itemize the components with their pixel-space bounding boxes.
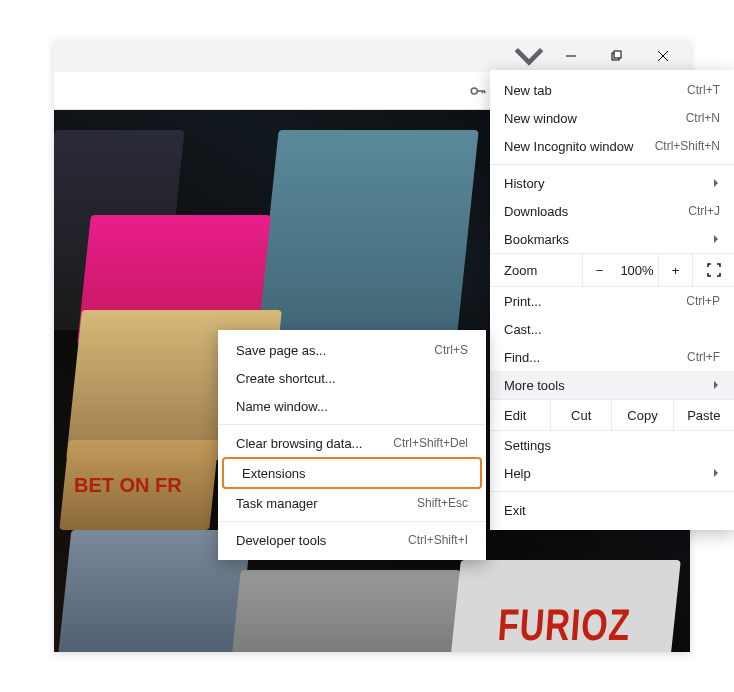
menu-zoom-row: Zoom − 100% + bbox=[490, 253, 734, 287]
minimize-icon bbox=[565, 50, 577, 62]
highlight-extensions: Extensions bbox=[222, 457, 482, 489]
menu-label: New window bbox=[504, 111, 577, 126]
submenu-shortcut: Ctrl+Shift+I bbox=[408, 533, 468, 547]
submenu-label: Name window... bbox=[236, 399, 328, 414]
zoom-out-button[interactable]: − bbox=[582, 254, 616, 286]
submenu-shortcut: Shift+Esc bbox=[417, 496, 468, 510]
submenu-label: Save page as... bbox=[236, 343, 326, 358]
menu-label: Bookmarks bbox=[504, 232, 569, 247]
menu-item-help[interactable]: Help bbox=[490, 459, 734, 487]
titlebar bbox=[54, 40, 690, 72]
menu-label: Cast... bbox=[504, 322, 542, 337]
submenu-item-save-page[interactable]: Save page as... Ctrl+S bbox=[218, 336, 486, 364]
submenu-label: Clear browsing data... bbox=[236, 436, 362, 451]
menu-item-downloads[interactable]: Downloads Ctrl+J bbox=[490, 197, 734, 225]
menu-item-cast[interactable]: Cast... bbox=[490, 315, 734, 343]
chevron-right-icon bbox=[712, 466, 720, 481]
menu-separator bbox=[490, 491, 734, 492]
menu-item-history[interactable]: History bbox=[490, 169, 734, 197]
menu-item-more-tools[interactable]: More tools bbox=[490, 371, 734, 399]
menu-label: Help bbox=[504, 466, 531, 481]
menu-shortcut: Ctrl+P bbox=[686, 294, 720, 308]
maximize-button[interactable] bbox=[594, 40, 640, 72]
submenu-label: Task manager bbox=[236, 496, 318, 511]
submenu-item-clear-data[interactable]: Clear browsing data... Ctrl+Shift+Del bbox=[218, 429, 486, 457]
submenu-shortcut: Ctrl+Shift+Del bbox=[393, 436, 468, 450]
more-tools-submenu: Save page as... Ctrl+S Create shortcut..… bbox=[218, 330, 486, 560]
submenu-item-dev-tools[interactable]: Developer tools Ctrl+Shift+I bbox=[218, 526, 486, 554]
menu-label: New Incognito window bbox=[504, 139, 633, 154]
menu-label: History bbox=[504, 176, 544, 191]
submenu-separator bbox=[218, 521, 486, 522]
menu-item-find[interactable]: Find... Ctrl+F bbox=[490, 343, 734, 371]
edit-label: Edit bbox=[490, 408, 550, 423]
menu-label: Print... bbox=[504, 294, 542, 309]
menu-item-bookmarks[interactable]: Bookmarks bbox=[490, 225, 734, 253]
paste-button[interactable]: Paste bbox=[673, 400, 734, 430]
svg-point-2 bbox=[471, 88, 477, 94]
poster-bet: BET ON FR bbox=[59, 440, 218, 530]
submenu-shortcut: Ctrl+S bbox=[434, 343, 468, 357]
svg-rect-1 bbox=[614, 51, 621, 58]
copy-button[interactable]: Copy bbox=[611, 400, 672, 430]
chevron-right-icon bbox=[712, 232, 720, 247]
zoom-value: 100% bbox=[616, 263, 658, 278]
submenu-item-task-manager[interactable]: Task manager Shift+Esc bbox=[218, 489, 486, 517]
chrome-main-menu: New tab Ctrl+T New window Ctrl+N New Inc… bbox=[490, 70, 734, 530]
menu-item-new-tab[interactable]: New tab Ctrl+T bbox=[490, 76, 734, 104]
menu-item-print[interactable]: Print... Ctrl+P bbox=[490, 287, 734, 315]
zoom-in-button[interactable]: + bbox=[658, 254, 692, 286]
close-button[interactable] bbox=[640, 40, 686, 72]
menu-item-settings[interactable]: Settings bbox=[490, 431, 734, 459]
close-icon bbox=[657, 50, 669, 62]
submenu-label: Extensions bbox=[242, 466, 306, 481]
submenu-item-name-window[interactable]: Name window... bbox=[218, 392, 486, 420]
cut-button[interactable]: Cut bbox=[550, 400, 611, 430]
menu-label: Downloads bbox=[504, 204, 568, 219]
chevron-right-icon bbox=[712, 378, 720, 393]
menu-label: New tab bbox=[504, 83, 552, 98]
submenu-item-create-shortcut[interactable]: Create shortcut... bbox=[218, 364, 486, 392]
menu-item-new-incognito[interactable]: New Incognito window Ctrl+Shift+N bbox=[490, 132, 734, 160]
menu-label: Exit bbox=[504, 503, 526, 518]
menu-separator bbox=[490, 164, 734, 165]
minimize-button[interactable] bbox=[548, 40, 594, 72]
menu-shortcut: Ctrl+N bbox=[686, 111, 720, 125]
submenu-item-extensions[interactable]: Extensions bbox=[224, 459, 480, 487]
menu-label: Find... bbox=[504, 350, 540, 365]
menu-label: Settings bbox=[504, 438, 551, 453]
menu-label: More tools bbox=[504, 378, 565, 393]
submenu-label: Create shortcut... bbox=[236, 371, 336, 386]
submenu-separator bbox=[218, 424, 486, 425]
menu-item-exit[interactable]: Exit bbox=[490, 496, 734, 524]
menu-shortcut: Ctrl+Shift+N bbox=[655, 139, 720, 153]
fullscreen-icon bbox=[707, 263, 721, 277]
menu-edit-row: Edit Cut Copy Paste bbox=[490, 399, 734, 431]
submenu-label: Developer tools bbox=[236, 533, 326, 548]
menu-shortcut: Ctrl+J bbox=[688, 204, 720, 218]
chevron-right-icon bbox=[712, 176, 720, 191]
fullscreen-button[interactable] bbox=[692, 254, 734, 286]
menu-shortcut: Ctrl+F bbox=[687, 350, 720, 364]
poster-tile bbox=[227, 570, 461, 652]
menu-shortcut: Ctrl+T bbox=[687, 83, 720, 97]
zoom-label: Zoom bbox=[490, 263, 582, 278]
poster-furioz: FURIOZ bbox=[447, 560, 681, 652]
maximize-icon bbox=[611, 50, 623, 62]
menu-item-new-window[interactable]: New window Ctrl+N bbox=[490, 104, 734, 132]
key-icon[interactable] bbox=[466, 79, 490, 103]
